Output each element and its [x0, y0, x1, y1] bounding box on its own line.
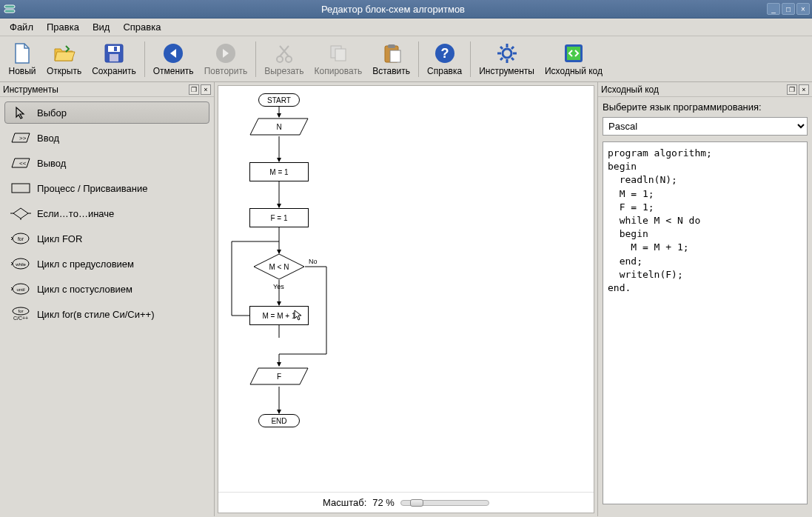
toolbar-tools[interactable]: Инструменты [474, 39, 540, 79]
toolbar-open[interactable]: Открыть [41, 39, 87, 79]
paste-icon [380, 41, 403, 65]
tool-for-c[interactable]: forC/C++ Цикл for(в стиле Си/Си++) [4, 303, 209, 325]
window-title: Редактор блок-схем алгоритмов [19, 4, 767, 15]
svg-rect-4 [110, 54, 118, 61]
svg-point-8 [277, 56, 283, 62]
tools-panel: Инструменты ❐ × Выбор >> Ввод << Вывод П… [0, 82, 215, 516]
flowchart-yes-label: Yes [273, 283, 284, 290]
while-post-icon: until [10, 282, 31, 296]
copy-icon [326, 41, 350, 65]
panel-close-button[interactable]: × [201, 84, 211, 95]
svg-rect-0 [4, 5, 15, 8]
toolbar-new[interactable]: Новый [3, 39, 41, 79]
process-shape-icon [10, 181, 31, 195]
svg-line-22 [500, 47, 503, 49]
svg-text:until: until [16, 287, 24, 292]
flowchart-end[interactable]: END [258, 414, 300, 427]
svg-text:while: while [15, 262, 26, 267]
redo-icon [214, 41, 238, 65]
app-icon [4, 3, 16, 15]
svg-rect-1 [4, 10, 15, 13]
zoom-slider[interactable] [400, 500, 489, 506]
zoom-label: Масштаб: [323, 497, 366, 508]
panel-close-button[interactable]: × [799, 84, 809, 95]
tool-for[interactable]: for Цикл FOR [4, 227, 209, 250]
cut-icon [272, 41, 296, 65]
tool-label: Вывод [37, 158, 66, 169]
flowchart-cond[interactable]: M < N [253, 253, 305, 280]
svg-line-23 [511, 58, 514, 60]
menu-file[interactable]: Файл [4, 20, 39, 34]
toolbar-source[interactable]: Исходный код [540, 39, 608, 79]
zoom-slider-thumb[interactable] [410, 499, 423, 507]
tool-label: Цикл с постусловием [37, 284, 132, 295]
flowchart-output-f[interactable]: F [249, 367, 309, 385]
flowchart-input-n[interactable]: N [249, 118, 309, 136]
flowchart-no-label: No [309, 258, 318, 265]
help-icon: ? [433, 41, 457, 65]
tool-if[interactable]: Если…то…иначе [4, 202, 209, 224]
panel-float-button[interactable]: ❐ [189, 84, 199, 95]
tool-input[interactable]: >> Ввод [4, 127, 209, 149]
tool-label: Цикл с предусловием [37, 258, 134, 270]
menubar: Файл Правка Вид Справка [0, 19, 812, 36]
toolbar-undo[interactable]: Отменить [148, 39, 199, 79]
flowchart-loop-body[interactable]: M = M + 1 [249, 306, 309, 325]
tool-select[interactable]: Выбор [4, 101, 209, 124]
svg-line-25 [500, 58, 503, 60]
tool-label: Выбор [37, 107, 67, 119]
source-panel-title: Исходный код [601, 84, 785, 95]
flowchart-canvas[interactable]: START N M = 1 F = 1 M < N Yes No M = M +… [218, 86, 594, 492]
menu-view[interactable]: Вид [87, 20, 116, 34]
svg-rect-5 [114, 47, 117, 51]
titlebar: Редактор блок-схем алгоритмов _ □ × [0, 0, 812, 19]
tool-label: Цикл FOR [37, 233, 82, 244]
save-icon [102, 41, 126, 65]
svg-text:<<: << [19, 160, 27, 167]
zoom-value: 72 % [372, 497, 395, 508]
source-code-icon [562, 41, 585, 65]
cursor-icon [10, 106, 31, 119]
tool-label: Ввод [37, 133, 59, 144]
for-c-icon: forC/C++ [10, 307, 31, 321]
minimize-button[interactable]: _ [767, 3, 780, 15]
menu-help[interactable]: Справка [117, 20, 167, 34]
maximize-button[interactable]: □ [782, 3, 795, 15]
svg-text:for: for [18, 236, 24, 241]
svg-text:?: ? [440, 46, 449, 61]
menu-edit[interactable]: Правка [41, 20, 85, 34]
svg-rect-11 [335, 49, 346, 61]
close-button[interactable]: × [796, 3, 810, 15]
svg-text:>>: >> [19, 135, 27, 141]
tool-while-post[interactable]: until Цикл с постусловием [4, 278, 209, 300]
tools-panel-title: Инструменты [3, 84, 187, 95]
source-code-box[interactable]: program algorithm; begin readln(N); M = … [603, 141, 808, 504]
toolbar-copy: Копировать [309, 39, 368, 79]
toolbar-paste[interactable]: Вставить [367, 39, 415, 79]
while-pre-icon: while [10, 257, 31, 270]
for-loop-icon: for [10, 232, 31, 245]
zoom-bar: Масштаб: 72 % [218, 492, 594, 513]
output-shape-icon: << [10, 156, 31, 170]
language-select[interactable]: Pascal [603, 117, 808, 136]
tool-label: Цикл for(в стиле Си/Си++) [37, 309, 155, 320]
tool-process[interactable]: Процесс / Присваивание [4, 177, 209, 199]
panel-float-button[interactable]: ❐ [787, 84, 797, 95]
toolbar-save[interactable]: Сохранить [87, 39, 141, 79]
toolbar-redo: Повторить [199, 39, 253, 79]
toolbar-help[interactable]: ? Справка [422, 39, 467, 79]
svg-text:C/C++: C/C++ [13, 316, 28, 321]
flowchart-start[interactable]: START [258, 93, 300, 107]
flowchart-f-eq-1[interactable]: F = 1 [249, 208, 309, 227]
tool-label: Если…то…иначе [37, 208, 114, 219]
toolbar-cut: Вырезать [259, 39, 309, 79]
toolbar: Новый Открыть Сохранить Отменить Повтори… [0, 36, 812, 82]
tool-while-pre[interactable]: while Цикл с предусловием [4, 253, 209, 275]
svg-text:for: for [18, 309, 23, 313]
canvas-area: START N M = 1 F = 1 M < N Yes No M = M +… [218, 85, 594, 513]
flowchart-m-eq-1[interactable]: M = 1 [249, 162, 309, 181]
svg-rect-13 [388, 44, 395, 48]
svg-point-17 [503, 49, 511, 58]
decision-shape-icon [10, 207, 31, 220]
tool-output[interactable]: << Вывод [4, 152, 209, 174]
